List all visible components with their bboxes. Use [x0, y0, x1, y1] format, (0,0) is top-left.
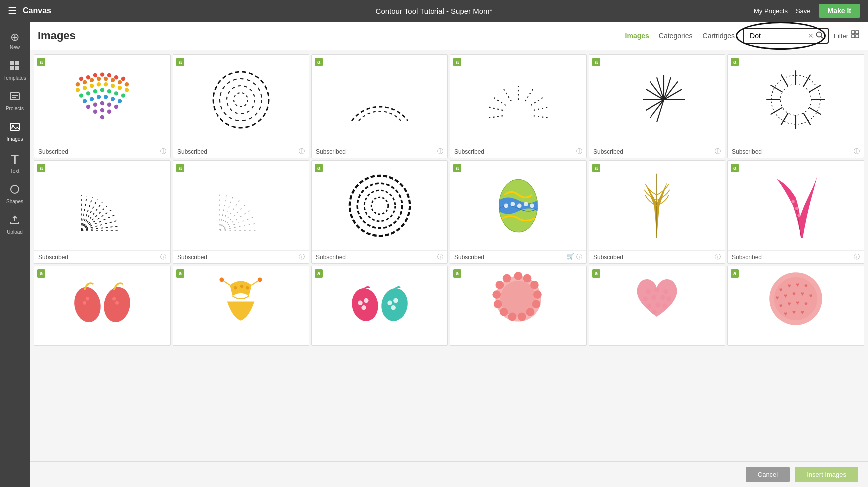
- panel-nav: Images Categories Cartridges: [625, 32, 735, 40]
- image-badge-3: a: [315, 58, 323, 66]
- image-caption-3: Subscribed ⓘ: [312, 145, 447, 158]
- image-card-11[interactable]: a Subscribed ⓘ: [589, 160, 725, 264]
- sidebar-item-new[interactable]: ⊕ New: [0, 26, 30, 55]
- svg-point-120: [371, 197, 388, 214]
- image-caption-4: Subscribed ⓘ: [450, 145, 586, 158]
- svg-point-25: [90, 78, 94, 82]
- svg-line-68: [487, 107, 503, 110]
- image-card-3[interactable]: a Subscribed ⓘ: [311, 54, 448, 158]
- nav-categories[interactable]: Categories: [659, 32, 693, 40]
- image-card-12[interactable]: a Subscribed ⓘ: [727, 160, 864, 264]
- info-icon-4[interactable]: ⓘ: [576, 147, 582, 156]
- info-icon-3[interactable]: ⓘ: [437, 147, 443, 156]
- svg-rect-5: [12, 95, 18, 96]
- svg-point-168: [495, 281, 504, 289]
- svg-point-129: [524, 202, 528, 206]
- image-card-10[interactable]: a Subsc: [450, 160, 587, 264]
- image-badge-13: a: [37, 269, 45, 278]
- svg-rect-1: [15, 61, 19, 65]
- image-thumb-3: a: [312, 55, 447, 145]
- svg-point-18: [93, 73, 97, 77]
- images-icon: [9, 121, 20, 135]
- svg-point-121: [364, 190, 395, 221]
- search-clear-icon[interactable]: ✕: [808, 32, 814, 40]
- svg-line-99: [781, 75, 788, 87]
- svg-line-84: [650, 100, 664, 118]
- info-icon-2[interactable]: ⓘ: [299, 147, 305, 156]
- save-link[interactable]: Save: [796, 7, 811, 15]
- svg-text:♥: ♥: [784, 292, 787, 299]
- svg-point-39: [79, 93, 83, 97]
- search-input[interactable]: [748, 31, 808, 41]
- svg-line-113: [220, 195, 234, 230]
- nav-cartridges[interactable]: Cartridges: [703, 32, 735, 40]
- svg-point-172: [663, 289, 668, 294]
- image-card-13[interactable]: a: [34, 266, 171, 346]
- image-thumb-12: a: [728, 161, 864, 250]
- nav-images[interactable]: Images: [625, 32, 649, 40]
- image-card-18[interactable]: a ♥ ♥ ♥ ♥ ♥ ♥ ♥ ♥ ♥: [727, 266, 864, 346]
- svg-point-40: [86, 91, 90, 95]
- info-icon-10[interactable]: ⓘ: [576, 253, 582, 261]
- sidebar-item-text[interactable]: T Text: [0, 147, 30, 179]
- svg-point-175: [660, 295, 665, 300]
- info-icon-5[interactable]: ⓘ: [715, 147, 721, 156]
- sidebar-item-templates[interactable]: Templates: [0, 55, 30, 86]
- svg-text:♥: ♥: [784, 310, 787, 317]
- svg-point-123: [350, 176, 410, 236]
- image-thumb-13: a: [34, 266, 170, 331]
- svg-point-36: [111, 84, 115, 88]
- image-card-17[interactable]: a: [589, 266, 725, 346]
- info-icon-9[interactable]: ⓘ: [437, 253, 443, 261]
- image-card-5[interactable]: a: [589, 54, 725, 158]
- make-it-button[interactable]: Make It: [819, 4, 860, 18]
- svg-text:♥: ♥: [787, 300, 791, 307]
- filter-button[interactable]: Filter: [834, 32, 848, 40]
- svg-rect-0: [10, 61, 14, 65]
- image-badge-17: a: [592, 269, 600, 278]
- search-submit-button[interactable]: [816, 31, 824, 41]
- info-icon-12[interactable]: ⓘ: [854, 253, 860, 261]
- my-projects-link[interactable]: My Projects: [754, 7, 788, 15]
- image-card-7[interactable]: a: [34, 160, 171, 264]
- info-icon-1[interactable]: ⓘ: [160, 147, 166, 156]
- grid-view-button[interactable]: [851, 30, 860, 42]
- svg-point-61: [234, 93, 248, 107]
- sidebar-item-shapes[interactable]: Shapes: [0, 179, 30, 209]
- svg-point-54: [100, 101, 104, 105]
- svg-point-180: [652, 310, 657, 315]
- sidebar-item-upload[interactable]: Upload: [0, 209, 30, 240]
- image-card-6[interactable]: a: [727, 54, 864, 158]
- cancel-button[interactable]: Cancel: [746, 467, 790, 482]
- svg-text:♥: ♥: [796, 299, 799, 306]
- svg-point-131: [791, 200, 794, 203]
- info-icon-7[interactable]: ⓘ: [160, 253, 166, 261]
- info-icon-11[interactable]: ⓘ: [715, 253, 721, 261]
- image-card-1[interactable]: a: [34, 54, 171, 158]
- cart-icon-10[interactable]: 🛒: [567, 253, 574, 261]
- svg-text:♥: ♥: [804, 282, 808, 289]
- menu-icon[interactable]: ☰: [8, 5, 17, 17]
- svg-point-43: [107, 89, 111, 93]
- insert-button[interactable]: Insert Images: [795, 467, 858, 482]
- image-thumb-4: a: [450, 55, 586, 145]
- svg-point-26: [97, 77, 101, 81]
- svg-point-146: [258, 277, 262, 282]
- image-card-9[interactable]: a Subscribed ⓘ: [311, 160, 448, 264]
- sidebar-item-projects[interactable]: Projects: [0, 86, 30, 116]
- svg-line-90: [809, 85, 821, 92]
- image-card-8[interactable]: a: [173, 160, 309, 264]
- svg-line-69: [487, 116, 503, 118]
- sidebar-item-images[interactable]: Images: [0, 116, 30, 147]
- image-card-2[interactable]: a Subscribed ⓘ: [173, 54, 309, 158]
- svg-point-52: [86, 105, 90, 109]
- image-card-15[interactable]: a: [311, 266, 448, 346]
- image-card-16[interactable]: a: [450, 266, 587, 346]
- image-card-4[interactable]: a: [450, 54, 587, 158]
- sidebar-label-new: New: [10, 45, 20, 50]
- image-card-14[interactable]: a: [173, 266, 309, 346]
- info-icon-6[interactable]: ⓘ: [854, 147, 860, 156]
- svg-text:♥: ♥: [804, 300, 808, 307]
- caption-icons-8: ⓘ: [299, 253, 305, 261]
- info-icon-8[interactable]: ⓘ: [299, 253, 305, 261]
